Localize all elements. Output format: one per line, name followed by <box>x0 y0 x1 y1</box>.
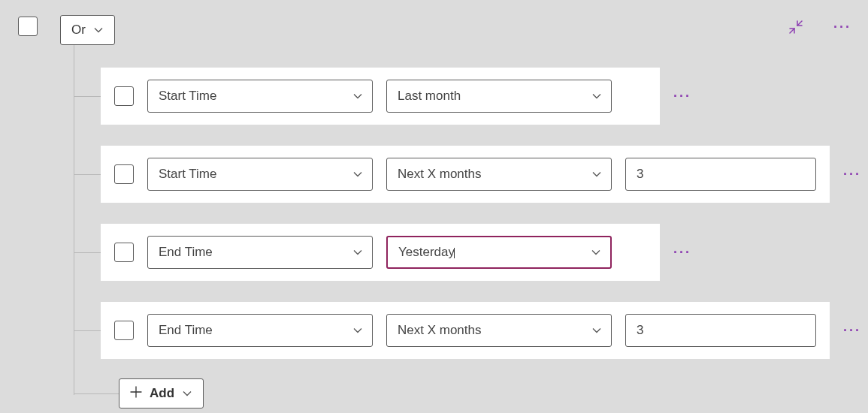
condition-select-checkbox[interactable] <box>114 321 134 340</box>
condition-more-menu[interactable]: ··· <box>840 318 864 342</box>
operator-dropdown[interactable]: Yesterday <box>386 236 612 269</box>
plus-icon <box>130 386 142 402</box>
operator-value: Next X months <box>398 323 482 338</box>
field-value: Start Time <box>159 167 216 182</box>
connector-horizontal <box>74 174 101 175</box>
condition-row: Start Time Last month ··· <box>101 68 660 125</box>
ellipsis-icon: ··· <box>843 324 861 337</box>
condition-more-menu[interactable]: ··· <box>670 84 694 108</box>
operator-value: Last month <box>398 89 461 104</box>
chevron-down-icon <box>591 325 602 336</box>
add-condition-button[interactable]: Add <box>119 378 204 408</box>
operator-dropdown[interactable]: Next X months <box>386 158 612 191</box>
filter-builder-canvas: Or ··· Start Time Last month <box>0 0 868 413</box>
field-value: End Time <box>159 245 213 260</box>
condition-row: Start Time Next X months 3 ··· <box>101 146 830 203</box>
field-dropdown[interactable]: End Time <box>147 236 373 269</box>
group-more-menu[interactable]: ··· <box>830 15 854 39</box>
logic-operator-label: Or <box>71 23 86 38</box>
ellipsis-icon: ··· <box>673 89 691 103</box>
chevron-down-icon <box>93 25 104 35</box>
connector-horizontal <box>74 393 119 394</box>
value-text: 3 <box>637 167 643 182</box>
operator-dropdown[interactable]: Next X months <box>386 314 612 347</box>
condition-row: End Time Next X months 3 ··· <box>101 302 830 359</box>
field-dropdown[interactable]: Start Time <box>147 80 373 113</box>
ellipsis-icon: ··· <box>673 246 691 259</box>
field-value: Start Time <box>159 89 216 104</box>
ellipsis-icon: ··· <box>833 20 851 34</box>
condition-select-checkbox[interactable] <box>114 164 134 184</box>
add-label: Add <box>150 386 174 401</box>
condition-more-menu[interactable]: ··· <box>670 240 694 264</box>
condition-more-menu[interactable]: ··· <box>840 162 864 186</box>
text-caret <box>454 248 455 258</box>
chevron-down-icon <box>352 91 363 101</box>
chevron-down-icon <box>591 247 601 258</box>
ellipsis-icon: ··· <box>843 167 861 181</box>
value-input[interactable]: 3 <box>625 158 816 191</box>
chevron-down-icon <box>591 91 602 101</box>
collapse-icon[interactable] <box>784 15 808 39</box>
condition-select-checkbox[interactable] <box>114 86 134 106</box>
connector-horizontal <box>74 96 101 97</box>
chevron-down-icon <box>352 247 363 258</box>
field-value: End Time <box>159 323 213 338</box>
operator-value: Next X months <box>398 167 482 182</box>
chevron-down-icon <box>182 388 192 399</box>
operator-value: Yesterday <box>398 245 455 260</box>
logic-operator-dropdown[interactable]: Or <box>60 15 115 45</box>
chevron-down-icon <box>352 325 363 336</box>
value-text: 3 <box>637 323 643 338</box>
connector-vertical <box>74 45 74 395</box>
operator-dropdown[interactable]: Last month <box>386 80 612 113</box>
condition-row: End Time Yesterday ··· <box>101 224 660 281</box>
group-select-checkbox[interactable] <box>18 17 38 36</box>
connector-horizontal <box>74 330 101 331</box>
connector-horizontal <box>74 252 101 253</box>
chevron-down-icon <box>352 169 363 179</box>
field-dropdown[interactable]: End Time <box>147 314 373 347</box>
chevron-down-icon <box>591 169 602 179</box>
value-input[interactable]: 3 <box>625 314 816 347</box>
field-dropdown[interactable]: Start Time <box>147 158 373 191</box>
condition-select-checkbox[interactable] <box>114 243 134 262</box>
